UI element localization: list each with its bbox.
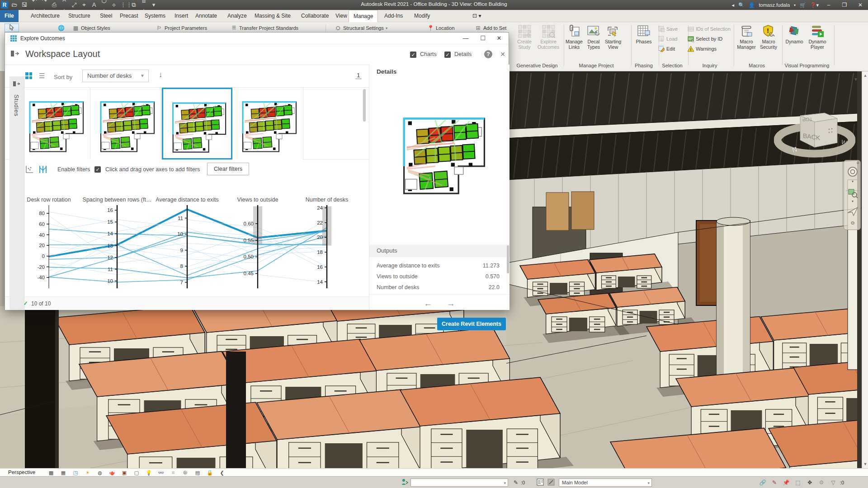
restore-button[interactable]: ❐ [839, 2, 850, 8]
view-cube-body[interactable]: TOP BACK [800, 113, 837, 147]
tab-analyze[interactable]: Analyze [223, 10, 251, 22]
select-by-face-icon[interactable]: ⬚ [794, 479, 802, 487]
collapse-icon[interactable]: ❮ [218, 469, 226, 476]
outcome-line[interactable] [49, 220, 327, 259]
studies-tab-label[interactable]: Studies [13, 94, 20, 117]
navigation-bar[interactable]: ⊗ ▾ ▾ ⊖ [844, 160, 861, 230]
navbar-close-icon[interactable]: ⊗ [856, 161, 859, 165]
active-workset-dropdown[interactable]: ▾ [410, 479, 508, 487]
sort-field-dropdown[interactable]: Number of desks ▼ [82, 70, 149, 82]
ribbon-button-add-to-set[interactable]: ⊞Add to Set [475, 24, 506, 32]
worksharing-icon[interactable] [401, 479, 409, 487]
details-scrollbar[interactable] [507, 245, 509, 273]
outcome-thumbnail-4[interactable] [233, 88, 303, 160]
studies-expand-icon[interactable] [13, 81, 21, 87]
infocenter-collapse-icon[interactable]: ◂ [732, 2, 735, 8]
ribbon-minimize-caret-icon[interactable]: ▼ [854, 77, 858, 82]
ribbon-button-macro-manager[interactable]: MacroManager [735, 24, 758, 50]
shadows-icon[interactable]: ◍ [96, 469, 104, 476]
tab-modify[interactable]: Modify [410, 10, 434, 22]
help-icon[interactable]: ❓▾ [810, 2, 819, 8]
reveal-hidden-icon[interactable]: 💡 [145, 469, 153, 476]
page-number[interactable]: 1 [355, 72, 362, 79]
tab-manage[interactable]: Manage [349, 10, 378, 22]
minimize-button[interactable]: – [823, 2, 835, 8]
detail-level-icon[interactable]: ▦ [59, 469, 67, 476]
ribbon-button-edit[interactable]: Edit [658, 45, 675, 53]
ribbon-button-ids-of-selection[interactable]: IDs of Selection [688, 25, 731, 33]
modify-select-icon[interactable] [5, 23, 19, 32]
ribbon-button-location[interactable]: 📍Location [427, 24, 455, 32]
selection-filter-icon[interactable]: ▽ [829, 479, 837, 487]
study-close-icon[interactable]: ✕ [499, 50, 507, 58]
ribbon-button-structural-settings[interactable]: ⛭Structural Settings▾ [335, 24, 387, 32]
select-pinned-icon[interactable]: 📌 [782, 479, 790, 487]
tab-file[interactable]: File [0, 10, 19, 22]
dialog-title-bar[interactable]: Explore Outcomes — ☐ ✕ [5, 33, 509, 44]
scroll-down-icon[interactable]: ▼ [862, 462, 868, 466]
scroll-up-icon[interactable]: ▲ [862, 73, 868, 78]
signed-in-user[interactable]: tomasz.fudala [759, 2, 790, 8]
ribbon-button-phases[interactable]: Phases [632, 24, 656, 44]
app-store-icon[interactable]: 🛒 [800, 2, 806, 8]
ribbon-button-project-parameters[interactable]: 🏳Project Parameters [156, 24, 207, 32]
worksets-icon[interactable] [536, 479, 544, 487]
ribbon-button-macro-security[interactable]: !MacroSecurity [757, 24, 780, 50]
ribbon-button-transfer-project-standards[interactable]: 𝄜Transfer Project Standards [231, 24, 298, 32]
reveal-constraints-icon[interactable]: 🔒 [206, 469, 214, 476]
dialog-minimize-button[interactable]: — [459, 34, 472, 43]
tab-systems[interactable]: Systems [140, 10, 170, 22]
ribbon-button-dynamo-player[interactable]: DynamoPlayer [806, 24, 829, 50]
sort-direction-button[interactable]: ↓ [159, 70, 163, 80]
reset-icon[interactable]: ⚙ [817, 479, 826, 487]
search-icon[interactable]: 🔍 [738, 2, 745, 8]
tab-steel[interactable]: Steel [95, 10, 117, 22]
temporary-hide-icon[interactable]: 👓 [157, 469, 165, 476]
details-checkbox[interactable]: ✓ [444, 52, 451, 58]
view-scale-label[interactable]: Perspective [8, 469, 35, 475]
displacement-icon[interactable]: ▤ [193, 469, 202, 476]
ribbon-button-starting-view[interactable]: StartingView [601, 24, 625, 50]
dialog-help-icon[interactable]: ? [484, 50, 492, 58]
tab-insert[interactable]: Insert [170, 10, 193, 22]
select-underlay-icon[interactable]: ✎ [770, 479, 778, 487]
ribbon-button-object-styles[interactable]: ▦Object Styles [72, 24, 110, 32]
list-view-icon[interactable]: ☰ [39, 72, 45, 80]
ribbon-button-load[interactable]: Load [658, 35, 677, 43]
thumbnail-scrollbar[interactable] [363, 89, 366, 122]
tab-massing-site[interactable]: Massing & Site [250, 10, 295, 22]
previous-outcome-button[interactable]: ← [424, 299, 432, 309]
ribbon-button-create-study[interactable]: CreateStudy [513, 24, 536, 50]
outcome-thumbnail-1[interactable] [20, 88, 90, 160]
parallel-coordinates-icon[interactable] [38, 165, 47, 174]
enable-filters-checkbox[interactable]: ✓ [94, 166, 101, 173]
sidebar-collapse-icon[interactable] [10, 50, 19, 59]
outcome-line[interactable] [49, 220, 327, 258]
materials-button[interactable]: 🌐 [58, 24, 65, 32]
parallel-coordinates-chart[interactable]: Desk row rotation806040200-20-40Spacing … [5, 180, 369, 295]
close-button[interactable]: ✕ [854, 2, 866, 8]
view-cube[interactable]: N W TOP BACK [774, 89, 855, 166]
tab-annotate[interactable]: Annotate [191, 10, 222, 22]
editable-only-icon[interactable]: ✎ [512, 479, 520, 487]
analytical-model-icon[interactable]: ⌗ [169, 469, 177, 476]
drag-on-selection-icon[interactable]: ✥ [806, 479, 814, 487]
charts-checkbox[interactable]: ✓ [410, 52, 416, 58]
viewport-scrollbar[interactable]: ▲ ▼ [862, 71, 868, 468]
tab-architecture[interactable]: Architecture [26, 10, 64, 22]
user-caret-icon[interactable]: ▾ [794, 3, 796, 7]
design-option-dropdown[interactable]: Main Model ▾ [559, 479, 652, 487]
zoom-caret-icon[interactable]: ▾ [844, 199, 861, 203]
crop-region-icon[interactable]: ▢ [132, 469, 141, 476]
navbar-collapse-icon[interactable]: ⊖ [844, 220, 861, 226]
tab-precast[interactable]: Precast [115, 10, 143, 22]
select-links-icon[interactable]: 🔗 [759, 479, 767, 487]
clear-filters-button[interactable]: Clear filters [207, 163, 249, 175]
tab-structure[interactable]: Structure [64, 10, 95, 22]
ribbon-button-explore-outcomes[interactable]: ExploreOutcomes [537, 24, 560, 50]
steering-wheel-icon[interactable] [844, 166, 861, 179]
modify-toggle-icon[interactable]: ⊡ ▾ [468, 10, 486, 22]
create-revit-elements-button[interactable]: Create Revit Elements [437, 318, 506, 330]
ribbon-button-warnings[interactable]: !Warnings [688, 45, 717, 53]
dialog-close-button[interactable]: ✕ [492, 34, 506, 43]
